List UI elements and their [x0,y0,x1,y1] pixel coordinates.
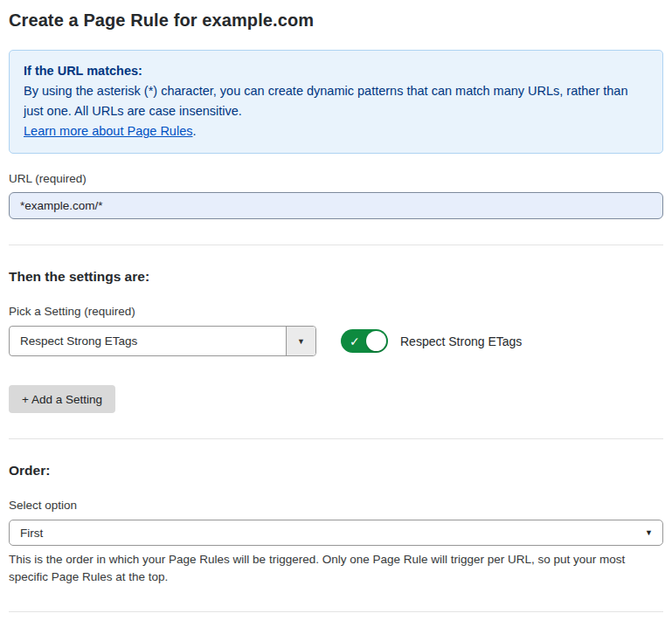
order-select[interactable]: First ▼ [9,520,663,546]
url-input[interactable] [9,192,663,219]
toggle-label: Respect Strong ETags [400,334,522,348]
learn-more-link[interactable]: Learn more about Page Rules [24,124,192,138]
page-title: Create a Page Rule for example.com [9,10,663,31]
url-match-info-box: If the URL matches: By using the asteris… [9,50,663,154]
order-help-text: This is the order in which your Page Rul… [9,551,655,586]
chevron-down-icon[interactable]: ▼ [286,327,315,355]
order-section-heading: Order: [9,463,663,479]
order-select-label: Select option [9,499,663,512]
page-rule-form: Create a Page Rule for example.com If th… [0,0,672,627]
divider [9,611,663,612]
pick-setting-label: Pick a Setting (required) [9,305,663,318]
respect-strong-etags-toggle[interactable]: ✓ [341,329,388,353]
url-label: URL (required) [9,172,663,185]
divider [9,245,663,245]
divider [9,438,663,439]
toggle-knob [366,331,386,351]
add-setting-button[interactable]: + Add a Setting [9,385,115,413]
info-box-body: By using the asterisk (*) character, you… [24,81,648,121]
chevron-down-icon: ▼ [645,528,653,537]
setting-select[interactable]: Respect Strong ETags ▼ [9,326,316,356]
link-suffix: . [192,124,196,138]
info-box-heading: If the URL matches: [24,61,648,81]
setting-row: Respect Strong ETags ▼ ✓ Respect Strong … [9,326,663,356]
info-box-link-line: Learn more about Page Rules. [24,121,648,141]
check-icon: ✓ [350,334,360,347]
settings-section-heading: Then the settings are: [9,269,663,285]
setting-select-value: Respect Strong ETags [10,327,286,355]
order-select-value: First [20,527,43,540]
